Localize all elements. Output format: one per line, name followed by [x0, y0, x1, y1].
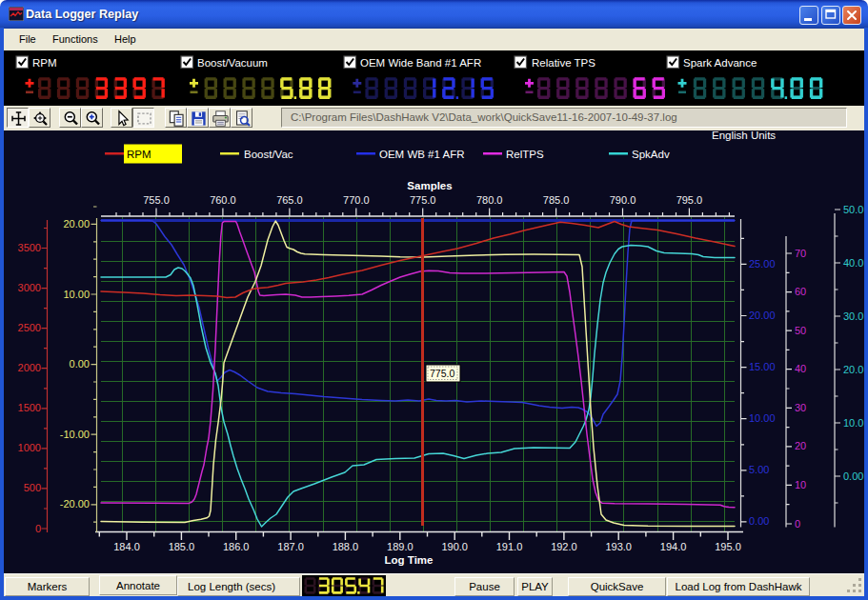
svg-text:10: 10: [795, 479, 806, 490]
svg-text:Spark Advance: Spark Advance: [683, 57, 757, 69]
svg-text:10.00: 10.00: [749, 412, 776, 424]
svg-text:Boost/Vac: Boost/Vac: [244, 149, 293, 160]
svg-text:192.0: 192.0: [551, 541, 577, 552]
svg-text:185.0: 185.0: [169, 541, 195, 552]
svg-text:775.0: 775.0: [410, 194, 436, 206]
svg-text:500: 500: [24, 482, 41, 493]
svg-text:Boost/Vacuum: Boost/Vacuum: [197, 57, 268, 69]
svg-text:OEM Wide Band #1 AFR: OEM Wide Band #1 AFR: [360, 57, 481, 69]
svg-text:50.0: 50.0: [843, 204, 863, 215]
svg-text:3500: 3500: [18, 242, 41, 253]
svg-text:2500: 2500: [18, 322, 41, 333]
svg-text:190.0: 190.0: [441, 541, 468, 552]
svg-text:25.00: 25.00: [749, 258, 776, 270]
svg-text:RPM: RPM: [32, 57, 57, 69]
svg-text:30.0: 30.0: [843, 310, 863, 322]
svg-text:3000: 3000: [18, 282, 41, 293]
svg-text:10.0: 10.0: [843, 417, 863, 429]
svg-text:194.0: 194.0: [660, 541, 687, 552]
svg-text:60: 60: [795, 286, 806, 297]
svg-text:189.0: 189.0: [387, 541, 414, 552]
svg-text:187.0: 187.0: [277, 541, 304, 552]
svg-text:SpkAdv: SpkAdv: [632, 149, 670, 160]
svg-text:1000: 1000: [18, 442, 41, 453]
svg-text:70: 70: [795, 248, 806, 259]
svg-text:15.00: 15.00: [749, 361, 776, 372]
svg-text:50: 50: [795, 325, 806, 336]
svg-text:-10.00: -10.00: [60, 429, 90, 440]
svg-text:191.0: 191.0: [496, 541, 523, 552]
svg-text:2000: 2000: [18, 362, 41, 373]
svg-text:5.00: 5.00: [749, 464, 769, 475]
svg-text:40: 40: [795, 363, 806, 374]
svg-text:Relative TPS: Relative TPS: [532, 57, 595, 69]
svg-text:40.0: 40.0: [843, 257, 863, 269]
svg-text:785.0: 785.0: [543, 194, 570, 206]
svg-text:770.0: 770.0: [343, 194, 370, 206]
svg-text:20: 20: [795, 440, 806, 451]
svg-text:0: 0: [795, 518, 800, 530]
svg-text:1500: 1500: [18, 402, 41, 413]
svg-text:0.00: 0.00: [843, 470, 863, 482]
svg-text:795.0: 795.0: [676, 194, 703, 206]
svg-text:184.0: 184.0: [113, 541, 140, 552]
svg-text:20.00: 20.00: [63, 218, 90, 230]
svg-text:0.00: 0.00: [70, 358, 90, 370]
svg-text:30: 30: [795, 402, 806, 413]
svg-text:Samples: Samples: [407, 180, 452, 191]
svg-text:780.0: 780.0: [476, 194, 503, 206]
svg-text:0: 0: [35, 523, 41, 534]
svg-text:10.00: 10.00: [63, 289, 90, 300]
svg-text:20.0: 20.0: [843, 364, 863, 375]
svg-text:Log Time: Log Time: [385, 554, 434, 566]
svg-text:195.0: 195.0: [715, 541, 741, 552]
svg-text:20.00: 20.00: [749, 310, 776, 321]
svg-text:755.0: 755.0: [143, 194, 170, 206]
svg-text:765.0: 765.0: [276, 194, 303, 206]
svg-text:RPM: RPM: [127, 149, 151, 160]
svg-text:760.0: 760.0: [210, 194, 236, 206]
svg-text:OEM WB #1 AFR: OEM WB #1 AFR: [379, 149, 464, 160]
svg-text:-20.00: -20.00: [60, 498, 90, 510]
svg-text:0.00: 0.00: [749, 515, 769, 527]
svg-text:186.0: 186.0: [223, 541, 250, 552]
svg-text:RelTPS: RelTPS: [506, 149, 544, 160]
svg-text:193.0: 193.0: [605, 541, 632, 552]
svg-text:790.0: 790.0: [610, 194, 636, 206]
svg-text:188.0: 188.0: [333, 541, 359, 552]
svg-text:775.0: 775.0: [430, 368, 454, 379]
svg-text:English Units: English Units: [712, 130, 776, 141]
